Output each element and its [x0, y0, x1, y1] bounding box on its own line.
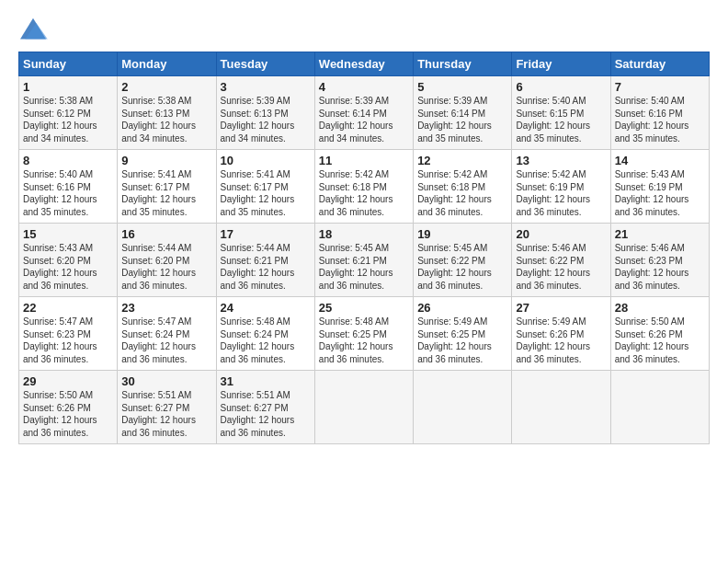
- logo: [18, 17, 51, 42]
- day-cell: 2Sunrise: 5:38 AMSunset: 6:13 PMDaylight…: [118, 76, 216, 150]
- week-row-1: 1Sunrise: 5:38 AMSunset: 6:12 PMDaylight…: [19, 76, 710, 150]
- day-number: 4: [319, 80, 409, 94]
- calendar-table: SundayMondayTuesdayWednesdayThursdayFrid…: [18, 52, 710, 444]
- day-number: 31: [221, 374, 311, 388]
- week-row-4: 22Sunrise: 5:47 AMSunset: 6:23 PMDayligh…: [19, 297, 710, 371]
- day-number: 8: [23, 154, 113, 167]
- weekday-header-thursday: Thursday: [414, 52, 512, 76]
- day-cell: 25Sunrise: 5:48 AMSunset: 6:25 PMDayligh…: [314, 297, 413, 371]
- day-cell: 23Sunrise: 5:47 AMSunset: 6:24 PMDayligh…: [118, 297, 216, 371]
- day-cell: 21Sunrise: 5:46 AMSunset: 6:23 PMDayligh…: [610, 224, 709, 297]
- day-info: Sunrise: 5:41 AMSunset: 6:17 PMDaylight:…: [221, 168, 311, 218]
- week-row-2: 8Sunrise: 5:40 AMSunset: 6:16 PMDaylight…: [19, 150, 710, 224]
- day-cell: 26Sunrise: 5:49 AMSunset: 6:25 PMDayligh…: [414, 297, 512, 371]
- day-cell: 31Sunrise: 5:51 AMSunset: 6:27 PMDayligh…: [216, 371, 314, 444]
- day-number: 23: [121, 301, 211, 315]
- day-info: Sunrise: 5:44 AMSunset: 6:21 PMDaylight:…: [221, 242, 311, 292]
- day-info: Sunrise: 5:46 AMSunset: 6:23 PMDaylight:…: [615, 242, 705, 292]
- week-row-5: 29Sunrise: 5:50 AMSunset: 6:26 PMDayligh…: [19, 371, 710, 444]
- weekday-header-saturday: Saturday: [610, 52, 709, 76]
- weekday-header-friday: Friday: [512, 52, 610, 76]
- day-info: Sunrise: 5:46 AMSunset: 6:22 PMDaylight:…: [516, 242, 606, 292]
- day-info: Sunrise: 5:44 AMSunset: 6:20 PMDaylight:…: [121, 242, 211, 292]
- day-info: Sunrise: 5:40 AMSunset: 6:16 PMDaylight:…: [23, 168, 113, 218]
- day-number: 20: [516, 227, 606, 241]
- day-number: 21: [615, 227, 705, 241]
- calendar-body: 1Sunrise: 5:38 AMSunset: 6:12 PMDaylight…: [19, 76, 710, 444]
- day-number: 12: [417, 154, 507, 167]
- day-number: 15: [23, 227, 113, 241]
- logo-icon: [18, 17, 48, 42]
- day-info: Sunrise: 5:40 AMSunset: 6:16 PMDaylight:…: [615, 95, 705, 144]
- day-info: Sunrise: 5:38 AMSunset: 6:12 PMDaylight:…: [23, 95, 113, 144]
- day-number: 29: [23, 374, 113, 388]
- day-cell: 24Sunrise: 5:48 AMSunset: 6:24 PMDayligh…: [216, 297, 314, 371]
- weekday-header-sunday: Sunday: [19, 52, 118, 76]
- day-cell: 17Sunrise: 5:44 AMSunset: 6:21 PMDayligh…: [216, 224, 314, 297]
- header: [18, 17, 710, 42]
- day-number: 3: [221, 80, 311, 94]
- page-container: SundayMondayTuesdayWednesdayThursdayFrid…: [0, 0, 728, 454]
- day-cell: [314, 371, 413, 444]
- weekday-header-row: SundayMondayTuesdayWednesdayThursdayFrid…: [19, 52, 710, 76]
- day-info: Sunrise: 5:42 AMSunset: 6:18 PMDaylight:…: [319, 168, 409, 218]
- day-cell: [512, 371, 610, 444]
- day-number: 19: [417, 227, 507, 241]
- day-cell: 15Sunrise: 5:43 AMSunset: 6:20 PMDayligh…: [19, 224, 118, 297]
- day-cell: 3Sunrise: 5:39 AMSunset: 6:13 PMDaylight…: [216, 76, 314, 150]
- day-number: 13: [516, 154, 606, 167]
- weekday-header-monday: Monday: [118, 52, 216, 76]
- day-info: Sunrise: 5:38 AMSunset: 6:13 PMDaylight:…: [121, 95, 211, 144]
- day-info: Sunrise: 5:50 AMSunset: 6:26 PMDaylight:…: [23, 389, 113, 439]
- day-cell: 29Sunrise: 5:50 AMSunset: 6:26 PMDayligh…: [19, 371, 118, 444]
- day-number: 9: [121, 154, 211, 167]
- day-info: Sunrise: 5:51 AMSunset: 6:27 PMDaylight:…: [121, 389, 211, 439]
- day-cell: [610, 371, 709, 444]
- day-number: 11: [319, 154, 409, 167]
- day-number: 18: [319, 227, 409, 241]
- day-cell: 28Sunrise: 5:50 AMSunset: 6:26 PMDayligh…: [610, 297, 709, 371]
- day-number: 28: [615, 301, 705, 315]
- day-info: Sunrise: 5:45 AMSunset: 6:22 PMDaylight:…: [417, 242, 507, 292]
- day-number: 26: [417, 301, 507, 315]
- weekday-header-wednesday: Wednesday: [314, 52, 413, 76]
- day-number: 16: [121, 227, 211, 241]
- day-info: Sunrise: 5:47 AMSunset: 6:24 PMDaylight:…: [121, 316, 211, 365]
- day-info: Sunrise: 5:49 AMSunset: 6:26 PMDaylight:…: [516, 316, 606, 365]
- day-info: Sunrise: 5:42 AMSunset: 6:19 PMDaylight:…: [516, 168, 606, 218]
- day-cell: 5Sunrise: 5:39 AMSunset: 6:14 PMDaylight…: [414, 76, 512, 150]
- weekday-header-tuesday: Tuesday: [216, 52, 314, 76]
- day-info: Sunrise: 5:45 AMSunset: 6:21 PMDaylight:…: [319, 242, 409, 292]
- day-info: Sunrise: 5:43 AMSunset: 6:19 PMDaylight:…: [615, 168, 705, 218]
- day-info: Sunrise: 5:48 AMSunset: 6:24 PMDaylight:…: [221, 316, 311, 365]
- day-cell: 14Sunrise: 5:43 AMSunset: 6:19 PMDayligh…: [610, 150, 709, 224]
- day-info: Sunrise: 5:40 AMSunset: 6:15 PMDaylight:…: [516, 95, 606, 144]
- day-cell: 9Sunrise: 5:41 AMSunset: 6:17 PMDaylight…: [118, 150, 216, 224]
- day-cell: 8Sunrise: 5:40 AMSunset: 6:16 PMDaylight…: [19, 150, 118, 224]
- day-cell: 20Sunrise: 5:46 AMSunset: 6:22 PMDayligh…: [512, 224, 610, 297]
- day-number: 7: [615, 80, 705, 94]
- day-info: Sunrise: 5:50 AMSunset: 6:26 PMDaylight:…: [615, 316, 705, 365]
- day-cell: 11Sunrise: 5:42 AMSunset: 6:18 PMDayligh…: [314, 150, 413, 224]
- day-cell: 4Sunrise: 5:39 AMSunset: 6:14 PMDaylight…: [314, 76, 413, 150]
- day-info: Sunrise: 5:42 AMSunset: 6:18 PMDaylight:…: [417, 168, 507, 218]
- day-number: 25: [319, 301, 409, 315]
- day-number: 10: [221, 154, 311, 167]
- day-cell: 18Sunrise: 5:45 AMSunset: 6:21 PMDayligh…: [314, 224, 413, 297]
- day-info: Sunrise: 5:39 AMSunset: 6:14 PMDaylight:…: [417, 95, 507, 144]
- day-number: 17: [221, 227, 311, 241]
- day-info: Sunrise: 5:51 AMSunset: 6:27 PMDaylight:…: [221, 389, 311, 439]
- day-cell: [414, 371, 512, 444]
- day-number: 1: [23, 80, 113, 94]
- day-cell: 16Sunrise: 5:44 AMSunset: 6:20 PMDayligh…: [118, 224, 216, 297]
- day-cell: 7Sunrise: 5:40 AMSunset: 6:16 PMDaylight…: [610, 76, 709, 150]
- day-cell: 27Sunrise: 5:49 AMSunset: 6:26 PMDayligh…: [512, 297, 610, 371]
- day-info: Sunrise: 5:49 AMSunset: 6:25 PMDaylight:…: [417, 316, 507, 365]
- day-number: 27: [516, 301, 606, 315]
- week-row-3: 15Sunrise: 5:43 AMSunset: 6:20 PMDayligh…: [19, 224, 710, 297]
- day-info: Sunrise: 5:43 AMSunset: 6:20 PMDaylight:…: [23, 242, 113, 292]
- day-number: 2: [121, 80, 211, 94]
- day-cell: 10Sunrise: 5:41 AMSunset: 6:17 PMDayligh…: [216, 150, 314, 224]
- day-number: 24: [221, 301, 311, 315]
- day-number: 6: [516, 80, 606, 94]
